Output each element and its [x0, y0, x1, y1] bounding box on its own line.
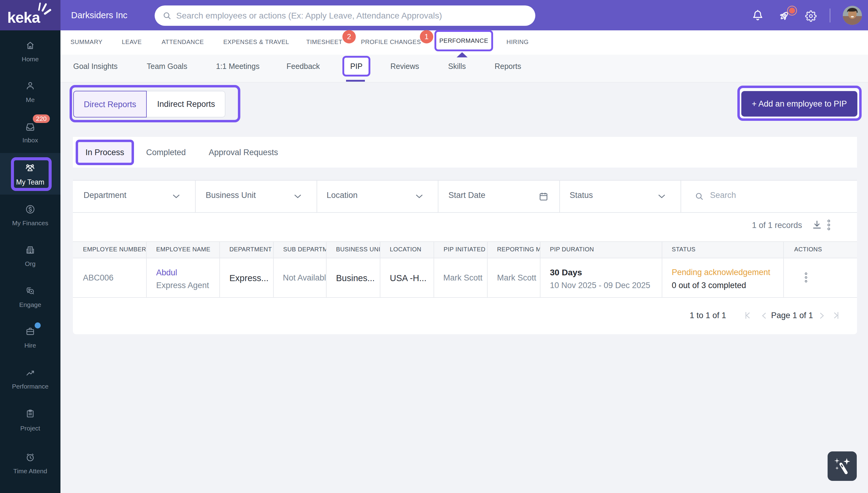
svg-text:keka: keka: [7, 9, 40, 26]
